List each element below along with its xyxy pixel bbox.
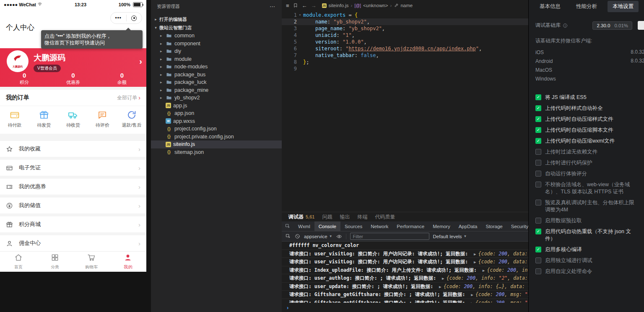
open-editors-section[interactable]: ▸ 打开的编辑器 <box>151 15 282 23</box>
debugger-tab[interactable]: 输出 <box>340 213 350 221</box>
menu-item[interactable]: 电子凭证› <box>0 160 146 176</box>
eye-icon[interactable] <box>336 234 342 239</box>
tree-folder[interactable]: ▸package_bus <box>151 71 282 79</box>
tabbar-item[interactable]: 购物车 <box>73 252 110 272</box>
base-library-version-select[interactable]: 2.30.0 0.01% <box>592 21 632 30</box>
checkbox-unchecked[interactable] <box>535 268 541 274</box>
breadcrumb-symbol[interactable]: <unknown> <box>363 3 388 8</box>
banner-stat[interactable]: 0优惠券 <box>49 72 97 86</box>
tree-file[interactable]: {}project.private.config.json <box>151 133 282 141</box>
debugger-tab[interactable]: 问题 <box>322 213 332 221</box>
order-shortcut[interactable]: 待评价 <box>88 110 117 128</box>
fold-arrow-icon[interactable]: ▾ <box>297 12 303 18</box>
code-line[interactable]: 9 <box>282 65 528 72</box>
code-line[interactable]: 3 page_name: "yb_shopv2", <box>282 25 528 32</box>
devtools-tab[interactable]: Wxml <box>294 221 314 231</box>
settings-option[interactable]: 启用自定义处理命令 <box>535 268 638 275</box>
order-shortcut[interactable]: 退款/售后 <box>117 110 146 128</box>
checkbox-unchecked[interactable] <box>535 149 541 155</box>
project-root-section[interactable]: ▾ 微站云智慧门店 <box>151 23 282 32</box>
code-line[interactable]: 6 siteroot: "https://demo16.ynjdzzd008.c… <box>282 45 528 52</box>
checkbox-unchecked[interactable] <box>535 160 541 166</box>
settings-option[interactable]: 启用独立域进行调试 <box>535 257 638 264</box>
tree-file[interactable]: JSsiteinfo.js <box>151 140 282 148</box>
settings-tab[interactable]: 性能分析 <box>571 1 602 12</box>
clear-console-icon[interactable] <box>295 234 300 239</box>
debugger-tab[interactable]: 调试器5,61 <box>288 213 314 221</box>
tree-folder[interactable]: ▸common <box>151 32 282 40</box>
expand-arrow-icon[interactable]: ▶ <box>474 252 478 256</box>
checkbox-checked[interactable]: ✓ <box>535 138 541 144</box>
settings-option[interactable]: ✓启用多核心编译 <box>535 246 638 253</box>
banner-stat[interactable]: 0余额 <box>98 72 146 86</box>
banner-stat[interactable]: 0积分 <box>0 72 49 86</box>
expand-arrow-icon[interactable]: ▶ <box>439 285 444 289</box>
outline-menu-icon[interactable]: ≡ <box>286 3 289 9</box>
checkbox-checked[interactable]: ✓ <box>535 105 541 111</box>
menu-item[interactable]: 我的收藏› <box>0 141 146 157</box>
tree-folder[interactable]: ▸module <box>151 55 282 63</box>
settings-tab[interactable]: 基本信息 <box>535 1 566 12</box>
devtools-tab[interactable]: Storage <box>481 221 506 231</box>
cutoff-button[interactable] <box>638 21 644 30</box>
tree-file[interactable]: Wapp.wxss <box>151 117 282 125</box>
checkbox-checked[interactable]: ✓ <box>535 94 541 100</box>
wechat-capsule[interactable]: ••• <box>110 12 142 24</box>
settings-option[interactable]: ✓上传代码时样式自动补全 <box>535 105 638 112</box>
tree-folder[interactable]: ▸package_mine <box>151 86 282 94</box>
code-line[interactable]: 7 native_tabbar: false, <box>282 52 528 59</box>
code-editor[interactable]: 1▾module.exports = {2 name: "yb_shopv2",… <box>282 11 528 212</box>
expand-arrow-icon[interactable]: ▶ <box>483 268 487 273</box>
bookmark-icon[interactable] <box>293 3 298 8</box>
order-shortcut[interactable]: 待收货 <box>59 110 88 128</box>
devtools-tab[interactable]: Memory <box>428 221 454 231</box>
settings-option[interactable]: 上传时过滤无依赖文件 <box>535 148 638 156</box>
settings-option[interactable]: ✓上传代码时自动压缩样式文件 <box>535 116 638 123</box>
code-line[interactable]: 2 name: "yb_shopv2", <box>282 18 528 25</box>
order-shortcut[interactable]: 待发货 <box>29 110 59 128</box>
code-line[interactable]: 4 uniacid: "1", <box>282 32 528 39</box>
settings-option[interactable]: ✓上传代码时自动压缩脚本文件 <box>535 127 638 134</box>
checkbox-unchecked[interactable] <box>535 171 541 177</box>
all-orders-link[interactable]: 全部订单 › <box>117 94 140 101</box>
checkbox-checked[interactable]: ✓ <box>535 116 541 122</box>
settings-option[interactable]: 自动运行体验评分 <box>535 170 638 177</box>
tabbar-item[interactable]: 分类 <box>36 252 73 272</box>
console-filter-input[interactable] <box>350 233 429 240</box>
checkbox-checked[interactable]: ✓ <box>535 229 541 234</box>
tabbar-item[interactable]: 首页 <box>0 252 36 272</box>
context-selector[interactable]: appservice ▼ <box>304 234 332 239</box>
settings-option[interactable]: ✓启用代码自动热重载（不支持 json 文件） <box>535 228 638 242</box>
settings-tab[interactable]: 本地设置 <box>608 1 639 12</box>
devtools-tab[interactable]: Sources <box>340 221 366 231</box>
capsule-circle-button[interactable] <box>127 16 142 21</box>
tree-folder[interactable]: ▸node-modules <box>151 63 282 71</box>
devtools-tab[interactable]: Security <box>507 221 528 231</box>
settings-option[interactable]: 预览及真机调试时主包、分包体积上限调整为4M <box>535 199 638 213</box>
breadcrumb-member[interactable]: name <box>400 3 413 8</box>
expand-arrow-icon[interactable]: ▶ <box>442 276 447 281</box>
settings-option[interactable]: 不校验合法域名、web-view（业务域名）、TLS 版本以及 HTTPS 证书 <box>535 181 638 195</box>
checkbox-checked[interactable]: ✓ <box>535 127 541 133</box>
menu-item[interactable]: 佣金中心› <box>0 235 146 251</box>
checkbox-unchecked[interactable] <box>535 182 541 187</box>
more-menu-button[interactable]: ••• <box>111 15 126 21</box>
settings-option[interactable]: 上传时进行代码保护 <box>535 159 638 166</box>
info-icon[interactable] <box>563 23 568 28</box>
checkbox-unchecked[interactable] <box>535 218 541 224</box>
forward-arrow-icon[interactable]: → <box>311 3 317 9</box>
console-prompt[interactable]: › <box>282 303 528 312</box>
settings-option[interactable]: ✓将 JS 编译成 ES5 <box>535 94 638 101</box>
tabbar-item[interactable]: 我的 <box>110 252 146 272</box>
console-sidebar-icon[interactable] <box>286 234 291 239</box>
expand-arrow-icon[interactable]: ▶ <box>471 293 475 297</box>
settings-option[interactable]: ✓上传代码时自动压缩wxml文件 <box>535 138 638 145</box>
explorer-more-button[interactable]: ⋯ <box>270 3 276 10</box>
tree-file[interactable]: {}sitemap.json <box>151 148 282 156</box>
banner-chevron-icon[interactable]: › <box>139 57 142 66</box>
inspect-icon[interactable] <box>282 221 294 231</box>
tree-file[interactable]: {}project.config.json <box>151 125 282 133</box>
menu-item[interactable]: 我的优惠券› <box>0 179 146 195</box>
code-line[interactable]: 8}; <box>282 59 528 65</box>
checkbox-unchecked[interactable] <box>535 200 541 205</box>
